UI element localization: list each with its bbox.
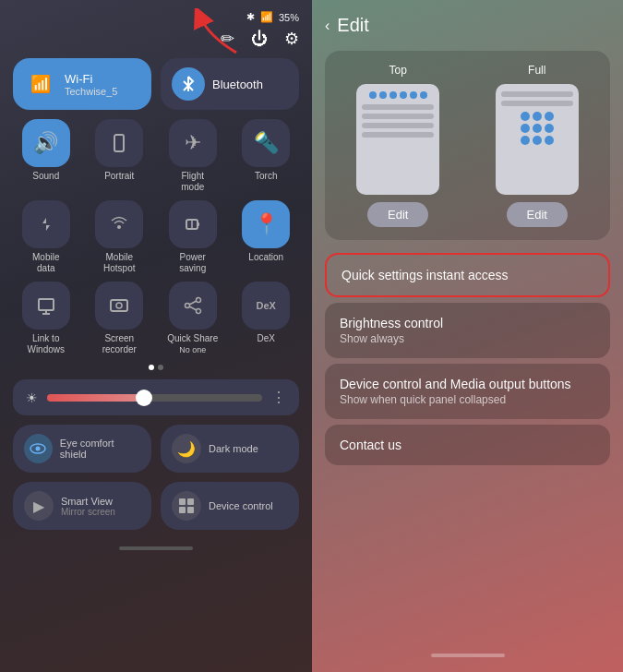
link-windows-icon [22, 282, 70, 330]
tile-screen-recorder[interactable]: Screenrecorder [87, 282, 153, 355]
tile-hotspot[interactable]: MobileHotspot [87, 200, 153, 274]
mobile-data-label: Mobiledata [32, 252, 59, 274]
device-control-icon [172, 491, 201, 521]
hotspot-icon [95, 200, 143, 248]
dot-1 [149, 365, 154, 370]
tile-location[interactable]: 📍 Location [234, 200, 300, 274]
contact-us-item[interactable]: Contact us [325, 425, 610, 465]
top-line-1 [362, 104, 434, 110]
tile-sound[interactable]: 🔊 Sound [13, 119, 79, 193]
contact-us-title: Contact us [340, 438, 595, 452]
brightness-slider[interactable] [47, 394, 262, 402]
dex-label: DeX [258, 333, 275, 344]
wifi-icon: 📶 [24, 67, 57, 101]
brightness-menu-icon[interactable]: ⋮ [271, 389, 286, 406]
edit-header: ‹ Edit [325, 15, 610, 36]
quick-settings-title: Quick settings instant access [341, 268, 593, 282]
bluetooth-label: Bluetooth [212, 78, 263, 91]
pgd7 [521, 136, 530, 145]
dark-mode-icon: 🌙 [172, 434, 201, 463]
left-home-indicator [119, 546, 193, 550]
power-icon[interactable]: ⏻ [251, 30, 268, 49]
tile-link-windows[interactable]: Link toWindows [13, 282, 79, 355]
smart-view-label: Smart View [61, 496, 115, 507]
wifi-tile[interactable]: 📶 Wi-Fi Techwise_5 [13, 58, 151, 110]
dark-mode-tile[interactable]: 🌙 Dark mode [161, 425, 299, 473]
tile-portrait[interactable]: Portrait [87, 119, 153, 193]
svg-rect-18 [179, 498, 186, 505]
device-control-label: Device control [209, 500, 273, 511]
tile-power-saving[interactable]: Powersaving [160, 200, 226, 274]
brightness-sun-icon: ☀ [26, 390, 38, 405]
pd3 [389, 91, 397, 99]
svg-rect-19 [187, 498, 194, 505]
pgd3 [545, 112, 554, 121]
svg-point-12 [185, 304, 189, 308]
svg-point-13 [196, 309, 200, 314]
layout-previews: Top Edit Full [325, 51, 610, 240]
tile-quick-share[interactable]: Quick ShareNo one [160, 282, 226, 355]
layout-full-edit-button[interactable]: Edit [507, 202, 568, 227]
screen-recorder-icon [95, 282, 143, 330]
device-control-text: Device control [209, 500, 273, 511]
top-icons-row: ✏ ⏻ ⚙ [13, 29, 299, 58]
status-bar: ✱ 📶 35% [13, 11, 299, 29]
top-line-4 [362, 132, 434, 138]
location-label: Location [248, 252, 283, 263]
pd2 [379, 91, 387, 99]
bluetooth-status: ✱ [246, 11, 255, 23]
torch-icon: 🔦 [242, 119, 290, 167]
wifi-bt-row: 📶 Wi-Fi Techwise_5 Bluetooth [13, 58, 299, 110]
svg-rect-9 [111, 300, 127, 311]
device-control-tile[interactable]: Device control [161, 482, 299, 530]
svg-point-17 [36, 447, 41, 451]
full-line-2 [501, 101, 573, 106]
svg-line-15 [189, 306, 197, 310]
toggles-row: Eye comfort shield 🌙 Dark mode [13, 425, 299, 473]
settings-icon[interactable]: ⚙ [284, 29, 299, 49]
layout-top-edit-button[interactable]: Edit [367, 202, 428, 227]
svg-rect-6 [39, 299, 54, 310]
link-windows-label: Link toWindows [27, 333, 65, 355]
svg-point-11 [196, 298, 200, 303]
pgd5 [533, 124, 542, 133]
tile-dex[interactable]: DeX DeX [234, 282, 300, 355]
dot-2 [158, 365, 163, 370]
right-panel: ‹ Edit Top Edit [312, 0, 623, 672]
smart-view-icon: ▶ [24, 491, 54, 521]
quick-settings-instant-access-item[interactable]: Quick settings instant access [325, 253, 610, 297]
smart-view-tile[interactable]: ▶ Smart View Mirror screen [13, 482, 151, 530]
pgd1 [521, 112, 530, 121]
wifi-label: Wi-Fi [65, 72, 117, 86]
brightness-control-sub: Show always [340, 332, 595, 345]
pgd2 [533, 112, 542, 121]
torch-label: Torch [255, 171, 277, 182]
tile-torch[interactable]: 🔦 Torch [234, 119, 300, 193]
pgd6 [545, 124, 554, 133]
screen-recorder-label: Screenrecorder [102, 333, 137, 355]
flight-label: Flightmode [181, 171, 204, 193]
bluetooth-tile[interactable]: Bluetooth [161, 58, 299, 110]
eye-comfort-tile[interactable]: Eye comfort shield [13, 425, 151, 473]
pd1 [369, 91, 377, 99]
quick-share-label: Quick ShareNo one [167, 333, 218, 355]
power-saving-label: Powersaving [179, 252, 206, 274]
dark-mode-label: Dark mode [209, 443, 258, 454]
back-button[interactable]: ‹ [325, 18, 329, 34]
smart-device-row: ▶ Smart View Mirror screen Device contro… [13, 482, 299, 530]
tile-mobile-data[interactable]: Mobiledata [13, 200, 79, 274]
svg-rect-21 [187, 507, 194, 513]
layout-full-label: Full [528, 64, 545, 77]
top-line-3 [362, 123, 434, 128]
quick-share-icon [169, 282, 217, 330]
device-control-media-item[interactable]: Device control and Media output buttons … [325, 364, 610, 419]
location-icon: 📍 [242, 200, 290, 248]
svg-point-10 [116, 303, 122, 308]
quick-tiles-grid: 🔊 Sound Portrait ✈ Flightmode 🔦 Torch Mo… [13, 119, 299, 355]
layout-full: Full Edit [473, 64, 602, 227]
tile-flight[interactable]: ✈ Flightmode [160, 119, 226, 193]
brightness-control-item[interactable]: Brightness control Show always [325, 303, 610, 358]
pd4 [400, 91, 407, 99]
portrait-icon [95, 119, 143, 167]
smart-view-text: Smart View Mirror screen [61, 496, 115, 517]
